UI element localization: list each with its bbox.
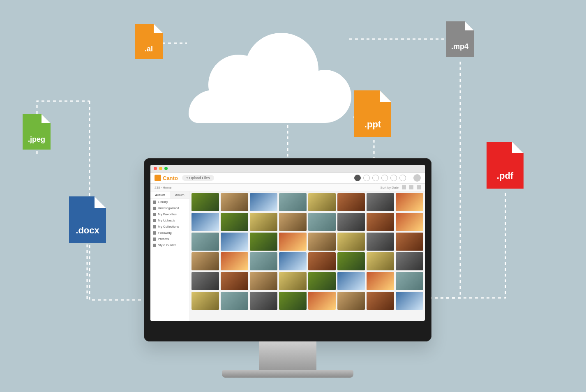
sidebar-item[interactable]: Presets — [150, 236, 189, 242]
asset-thumb[interactable] — [367, 252, 394, 270]
asset-thumb[interactable] — [308, 233, 336, 251]
sidebar-item[interactable]: Uncategorized — [150, 205, 189, 211]
asset-thumb[interactable] — [337, 233, 365, 251]
asset-thumb[interactable] — [367, 292, 394, 310]
monitor-screen: Canto + Upload Files 238 · Home — [150, 165, 425, 321]
window-minimize-icon[interactable] — [159, 167, 162, 170]
asset-thumb[interactable] — [250, 252, 277, 270]
file-icon-ai: .ai — [135, 24, 163, 59]
asset-thumb[interactable] — [250, 213, 277, 231]
asset-thumb[interactable] — [279, 272, 307, 290]
asset-thumb[interactable] — [337, 252, 365, 270]
folder-icon — [153, 207, 156, 210]
cloud-icon — [187, 10, 351, 123]
asset-thumb[interactable] — [279, 213, 307, 231]
breadcrumb: 238 · Home — [155, 186, 171, 189]
sidebar-item[interactable]: Style Guides — [150, 242, 189, 248]
monitor-stand-base — [222, 370, 353, 378]
folder-icon — [153, 201, 156, 204]
asset-thumb[interactable] — [191, 252, 219, 270]
file-icon-mp4: .mp4 — [446, 21, 474, 57]
asset-thumb[interactable] — [308, 193, 336, 211]
user-avatar[interactable] — [413, 174, 421, 182]
filter-chip[interactable] — [372, 175, 379, 181]
window-close-icon[interactable] — [154, 167, 157, 170]
asset-thumb[interactable] — [396, 292, 423, 310]
file-icon-ppt: .ppt — [354, 90, 391, 137]
view-list-icon[interactable] — [409, 185, 413, 189]
asset-thumb[interactable] — [396, 233, 423, 251]
asset-thumb[interactable] — [396, 272, 423, 290]
asset-thumb[interactable] — [367, 233, 394, 251]
app-logo[interactable]: Canto — [155, 175, 178, 181]
sidebar-item[interactable]: My Collections — [150, 224, 189, 230]
asset-thumb[interactable] — [221, 292, 248, 310]
asset-thumb[interactable] — [337, 292, 365, 310]
app-body: Album Album Library Uncategorized My Fav… — [150, 191, 425, 321]
sidebar: Album Album Library Uncategorized My Fav… — [150, 191, 190, 321]
monitor-bezel: Canto + Upload Files 238 · Home — [144, 158, 431, 341]
filter-chip[interactable] — [399, 175, 406, 181]
asset-thumb[interactable] — [279, 292, 307, 310]
asset-thumb[interactable] — [221, 213, 248, 231]
file-label: .pdf — [497, 171, 513, 181]
asset-thumb[interactable] — [396, 252, 423, 270]
upload-button[interactable]: + Upload Files — [182, 175, 214, 181]
sidebar-tab[interactable]: Album — [150, 191, 170, 198]
asset-thumb[interactable] — [396, 193, 423, 211]
file-icon-docx: .docx — [69, 196, 106, 243]
asset-thumb[interactable] — [337, 272, 365, 290]
sidebar-item[interactable]: My Favorites — [150, 211, 189, 217]
asset-thumb[interactable] — [221, 193, 248, 211]
filter-chip[interactable] — [390, 175, 397, 181]
asset-thumb[interactable] — [191, 193, 219, 211]
view-grid-icon[interactable] — [402, 185, 406, 189]
filter-chip[interactable] — [381, 175, 388, 181]
asset-thumb[interactable] — [367, 193, 394, 211]
asset-thumb[interactable] — [191, 272, 219, 290]
file-label: .jpeg — [28, 135, 45, 144]
file-icon-pdf: .pdf — [487, 142, 524, 189]
filter-chip[interactable] — [354, 175, 361, 181]
asset-thumb[interactable] — [279, 193, 307, 211]
asset-thumb[interactable] — [250, 292, 277, 310]
asset-thumb[interactable] — [250, 272, 277, 290]
settings-icon[interactable] — [417, 185, 421, 189]
filter-chips — [354, 175, 406, 181]
asset-thumb[interactable] — [221, 272, 248, 290]
asset-thumb[interactable] — [191, 292, 219, 310]
sidebar-item[interactable]: Library — [150, 199, 189, 205]
asset-thumb[interactable] — [191, 213, 219, 231]
sort-dropdown[interactable]: Sort by Date — [381, 186, 399, 189]
asset-thumb[interactable] — [308, 272, 336, 290]
asset-thumb[interactable] — [221, 252, 248, 270]
filter-chip[interactable] — [363, 175, 370, 181]
preset-icon — [153, 238, 156, 241]
asset-thumb[interactable] — [191, 233, 219, 251]
asset-thumb[interactable] — [221, 233, 248, 251]
asset-thumb[interactable] — [279, 233, 307, 251]
asset-thumb[interactable] — [250, 233, 277, 251]
sidebar-tab[interactable]: Album — [170, 191, 190, 198]
app-header: Canto + Upload Files — [150, 173, 425, 184]
file-label: .ppt — [365, 119, 381, 130]
browser-chrome — [150, 165, 425, 173]
asset-thumb[interactable] — [367, 213, 394, 231]
file-label: .mp4 — [451, 42, 468, 51]
asset-thumb[interactable] — [396, 213, 423, 231]
sidebar-item[interactable]: My Uploads — [150, 217, 189, 224]
asset-thumb[interactable] — [367, 272, 394, 290]
asset-thumb[interactable] — [308, 292, 336, 310]
window-zoom-icon[interactable] — [164, 167, 168, 170]
asset-thumb[interactable] — [337, 213, 365, 231]
asset-thumb[interactable] — [308, 213, 336, 231]
brand-name: Canto — [163, 175, 178, 181]
asset-thumb[interactable] — [250, 193, 277, 211]
asset-thumb[interactable] — [308, 252, 336, 270]
asset-thumb[interactable] — [337, 193, 365, 211]
logo-mark-icon — [155, 175, 161, 181]
file-label: .ai — [145, 45, 153, 53]
app-subheader: 238 · Home Sort by Date — [150, 184, 425, 191]
sidebar-item[interactable]: Following — [150, 230, 189, 236]
asset-thumb[interactable] — [279, 252, 307, 270]
